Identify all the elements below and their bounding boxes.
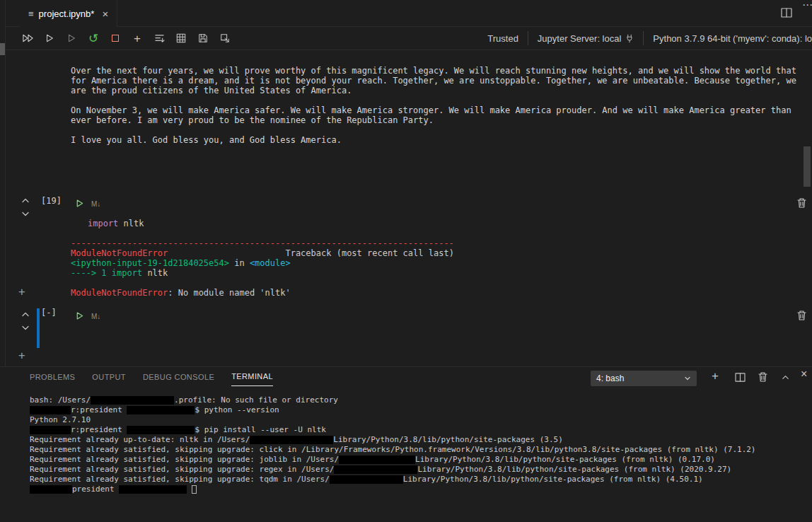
terminal-selector-value: 4: bash [596,373,624,383]
terminal-text: Library/Python/3.8/lib/python/site-packa… [417,465,731,474]
terminal-selector[interactable]: 4: bash [591,371,697,386]
panel-tab-terminal[interactable]: TERMINAL [231,367,273,386]
redacted-text [127,406,195,414]
terminal-text: r:president [71,405,127,414]
vscode-window: { "colors": { "accent": "#0e70c0", "erro… [0,0,812,522]
notebook-editor: Over the next four years, we will prove … [0,50,812,366]
cell-2-delete-button[interactable] [797,311,806,320]
text-segment: <module> [250,258,291,268]
redacted-text [127,426,195,434]
restart-kernel-button[interactable]: ↺ [87,32,100,45]
cell-1-collapse-up-button[interactable] [21,197,30,205]
variable-explorer-icon [176,33,186,43]
cell-2-collapse-up-button[interactable] [21,311,30,319]
output-paragraph: Over the next four years, we will prove … [71,66,811,95]
cell-2-run-button[interactable] [75,311,84,320]
terminal-text: president [72,485,119,494]
kill-terminal-button[interactable] [758,372,767,382]
run-all-cells-button[interactable] [21,32,34,45]
add-cell-button-2[interactable]: + [18,350,25,361]
terminal-text: Requirement already satisfied, skipping … [30,475,330,484]
trash-icon [797,311,806,320]
new-terminal-button[interactable]: + [712,370,719,382]
cell-2-collapse-down-button[interactable] [21,323,30,332]
notebook-output-text: Over the next four years, we will prove … [71,66,811,155]
export-icon [220,33,230,43]
jupyter-server-status[interactable]: Jupyter Server: local [528,33,644,44]
text-segment: import [88,219,118,228]
terminal-text: Requirement already satisfied, skipping … [30,445,756,454]
run-cells-below-button[interactable] [65,32,78,45]
terminal-text: $ python --version [195,405,279,414]
terminal-line: r:president $ python --version [30,405,808,415]
cell-1-code[interactable]: import nltk [88,219,144,228]
text-segment: ModuleNotFoundError [71,248,168,258]
terminal-line: president [30,485,808,494]
cell-1-error-output: ----------------------------------------… [71,238,454,298]
editor-scrollbar[interactable] [804,146,811,187]
traceback-line: ModuleNotFoundError Traceback (most rece… [71,248,454,258]
redacted-text [330,475,403,484]
traceback-line: ----> 1 import nltk [71,268,454,278]
terminal-line: bash: /Users/.profile: No such file or d… [30,395,808,405]
export-button[interactable] [219,32,231,45]
terminal-text: .profile: No such file or directory [174,395,338,405]
editor-more-actions-button[interactable]: ⋯ [802,0,812,11]
chevron-up-icon [21,311,30,319]
restart-kernel-icon: ↺ [88,33,98,45]
panel-tabs: PROBLEMSOUTPUTDEBUG CONSOLETERMINAL [30,367,273,387]
cell-1-run-button[interactable] [75,199,84,208]
terminal-line: Requirement already satisfied, skipping … [30,475,808,485]
save-button[interactable] [197,32,209,45]
cell-1-collapse-down-button[interactable] [21,209,30,218]
terminal-line: r:president $ pip install --user -U nltk [30,425,808,435]
split-editor-icon [781,8,792,18]
interrupt-kernel-button[interactable] [109,32,122,45]
redacted-text [30,426,71,434]
output-paragraph: I love you all. God bless you, and God b… [71,135,811,145]
notebook-toolbar: ↺ + Trusted Jupyter Server: local Python… [6,27,812,50]
insert-cell-below-icon [154,33,165,44]
trash-icon [758,372,767,382]
save-icon [198,33,208,43]
split-terminal-icon [735,373,746,382]
split-terminal-button[interactable] [735,373,746,382]
cell-1-markdown-toggle[interactable]: M↓ [91,200,100,208]
terminal-text: Library/Python/3.8/lib/python/site-packa… [333,435,563,444]
split-editor-button[interactable] [781,8,792,18]
cell-2-markdown-toggle[interactable]: M↓ [91,313,100,320]
text-segment: <ipython-input-19-1d2184025e54> [71,258,229,268]
terminal-line: Requirement already satisfied, skipping … [30,445,808,455]
trusted-status[interactable]: Trusted [478,33,528,44]
insert-cell-below-button[interactable] [153,32,166,45]
chevron-up-icon [21,197,30,205]
panel-tab-problems[interactable]: PROBLEMS [30,367,75,386]
cell-1-delete-button[interactable] [797,198,806,208]
python-interpreter-status[interactable]: Python 3.7.9 64-bit ('myenv': conda): lo [644,33,812,44]
run-cell-button[interactable] [43,32,56,45]
terminal-line: Requirement already satisfied, skipping … [30,465,808,475]
panel-tab-output[interactable]: OUTPUT [92,367,126,386]
add-cell-toolbar-button[interactable]: + [131,32,144,45]
terminal-text: Library/Python/3.8/lib/python/site-packa… [415,455,715,464]
traceback-line: ----------------------------------------… [71,238,454,248]
terminal-line: Python 2.7.10 [30,415,808,425]
maximize-panel-button[interactable] [781,373,790,382]
run-icon [75,199,84,208]
chevron-down-icon [684,375,691,382]
notebook-file-icon: ≡ [28,8,34,19]
add-cell-button-1[interactable]: + [18,286,25,298]
cell-2-code[interactable] [88,330,781,346]
cell-2-execution-count: [-] [41,308,57,318]
tab-close-icon[interactable]: × [102,8,108,20]
terminal-output[interactable]: bash: /Users/.profile: No such file or d… [30,395,808,494]
add-cell-icon: + [134,33,141,45]
redacted-text [30,485,72,494]
close-panel-button[interactable]: × [801,369,807,380]
chevron-down-icon [21,209,30,218]
variable-explorer-button[interactable] [175,32,187,45]
traceback-line: ModuleNotFoundError: No module named 'nl… [71,288,454,298]
traceback-line: <ipython-input-19-1d2184025e54> in <modu… [71,258,454,268]
panel-tab-debug-console[interactable]: DEBUG CONSOLE [143,367,214,386]
tab-project-ipynb[interactable]: ≡ project.ipynb* × [20,0,117,27]
